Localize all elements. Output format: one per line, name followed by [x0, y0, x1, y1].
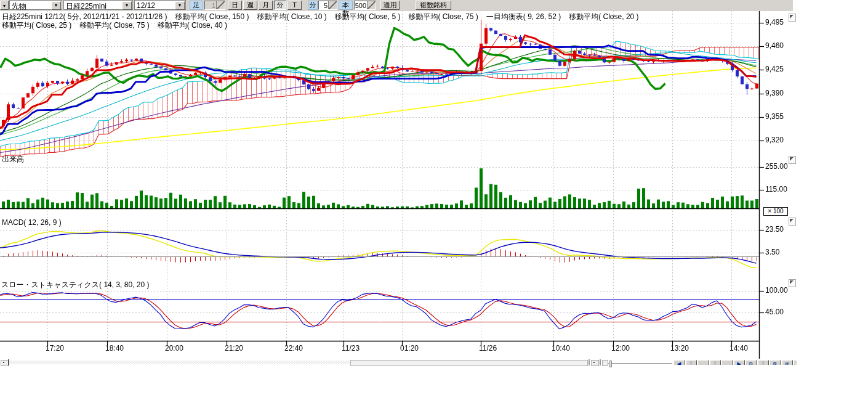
time-axis-label: 21:20 [225, 344, 243, 353]
count-stepper[interactable]: 500 [354, 1, 376, 10]
period-month-button[interactable]: 月 [259, 1, 273, 10]
chart-nav-button[interactable]: @ [782, 360, 793, 365]
minute-label: 分 [308, 1, 318, 10]
instrument-type-combobox[interactable]: 先物▼ [9, 0, 62, 10]
time-axis-label: 12:00 [611, 344, 630, 353]
volume-axis-label: 115.00 [765, 185, 787, 194]
time-axis-label: 10:40 [552, 344, 570, 353]
volume-multiplier-badge: × 100 [763, 207, 788, 216]
time-axis-label: 17:20 [46, 344, 64, 353]
price-axis-label: 9,390 [765, 89, 784, 97]
period-day-button[interactable]: 日 [228, 1, 242, 10]
chevron-down-icon[interactable]: ▼ [51, 1, 61, 10]
spinner-icon[interactable] [328, 1, 337, 9]
price-axis-label: 9,425 [765, 65, 784, 73]
time-axis-label: 22:40 [284, 344, 303, 353]
chart-nav-button[interactable]: M [794, 360, 797, 365]
zoom-slider-handle[interactable] [609, 361, 612, 367]
chart-nav-button[interactable]: ⏊ [710, 360, 721, 365]
price-axis-label: 9,320 [765, 136, 784, 144]
period-minute-button[interactable]: 分 [274, 1, 286, 10]
bar-interval-stepper[interactable]: 1 [204, 1, 225, 10]
chevron-down-icon[interactable]: ▼ [122, 1, 132, 10]
volume-panel-title: 出来高 [2, 154, 24, 165]
scrollbar-mini-button[interactable] [591, 360, 599, 366]
chart-legend-line2: 移動平均( Close, 25 ) 移動平均( Close, 75 ) 移動平均… [2, 20, 227, 31]
symbol-combobox[interactable]: 日経225mini▼ [63, 0, 133, 10]
time-axis-label: 14:40 [729, 344, 748, 353]
macd-panel-title: MACD( 12, 26, 9 ) [2, 218, 62, 227]
zoom-out-button[interactable] [602, 360, 608, 366]
chevron-down-icon: ▼ [2, 4, 7, 8]
time-axis-label: 13:20 [670, 344, 689, 353]
price-axis-label: 9,495 [765, 18, 784, 27]
price-axis-label: 9,355 [765, 112, 784, 121]
panel-scale-icon[interactable] [789, 156, 796, 164]
dot-icon [3, 362, 4, 363]
macd-axis-label: 23.50 [765, 225, 784, 234]
chart-nav-button[interactable]: ◀ [673, 360, 685, 365]
stoch-axis-label: 45.00 [765, 308, 784, 316]
combo-edge-dropdown[interactable]: ▼ [0, 1, 9, 10]
dot-icon [593, 362, 595, 363]
chart-nav-button[interactable]: ⏊ [758, 360, 769, 365]
panel-scale-icon[interactable] [789, 279, 796, 287]
count-label: 本数 [339, 1, 353, 10]
time-axis-label: 20:00 [165, 344, 183, 353]
period-tick-button[interactable]: T [287, 1, 302, 10]
scrollbar-divider [600, 359, 601, 365]
bar-type-label: 足 [190, 1, 203, 10]
legend-item: 移動平均( Close, 40 ) [158, 20, 227, 31]
legend-item: 移動平均( Close, 75 ) [408, 12, 478, 22]
spinner-icon[interactable] [367, 1, 376, 9]
contract-month-combobox[interactable]: 12/12▼ [134, 0, 186, 10]
minute-stepper[interactable]: 5 [318, 1, 337, 10]
legend-item: 移動平均( Close, 20 ) [569, 12, 638, 22]
chart-nav-button[interactable]: R [770, 360, 781, 365]
chart-nav-buttons: ◀⏊⏊▶D⏊R@M [673, 360, 797, 365]
chart-nav-button[interactable]: D [745, 360, 757, 365]
time-axis-label: 01:20 [400, 344, 419, 353]
stoch-panel-title: スロー・ストキャスティクス( 14, 3, 80, 20 ) [1, 280, 149, 290]
time-axis-label: 11/26 [479, 344, 497, 353]
legend-item: 移動平均( Close, 25 ) [2, 20, 71, 31]
chevron-down-icon[interactable]: ▼ [175, 1, 185, 10]
zoom-slider[interactable] [608, 363, 672, 364]
apply-button[interactable]: 適用 [380, 1, 400, 10]
volume-axis-label: 255.00 [765, 162, 788, 171]
scrollbar-divider [589, 359, 590, 365]
multi-symbol-button[interactable]: 複数銘柄 [416, 1, 451, 10]
price-axis-label: 9,460 [765, 41, 784, 50]
spinner-icon[interactable] [216, 1, 225, 9]
scrollbar-track[interactable] [9, 361, 350, 364]
legend-item: 一目均衡表( 9, 26, 52 ) [486, 12, 561, 22]
toolbar: ▼ 先物▼ 日経225mini▼ 12/12▼ 足 1 日 週 月 分 T 分 … [0, 0, 793, 11]
macd-axis-label: 3.50 [765, 248, 779, 256]
legend-item: 移動平均( Close, 75 ) [79, 20, 149, 31]
stoch-axis-label: 100.00 [765, 286, 788, 295]
chart-nav-button[interactable] [697, 360, 709, 365]
legend-item: 移動平均( Close, 10 ) [257, 12, 326, 22]
period-week-button[interactable]: 週 [243, 1, 257, 10]
time-axis-label: 11/23 [342, 344, 360, 353]
panel-scale-icon[interactable] [789, 14, 796, 22]
chart-nav-button[interactable]: ⏊ [686, 360, 697, 365]
scrollbar-thumb[interactable] [350, 360, 588, 366]
panel-scale-icon[interactable] [789, 218, 796, 226]
chart-nav-button[interactable]: ▶ [734, 360, 745, 365]
chart-nav-button[interactable] [721, 360, 733, 365]
time-axis-label: 18:40 [105, 344, 124, 353]
